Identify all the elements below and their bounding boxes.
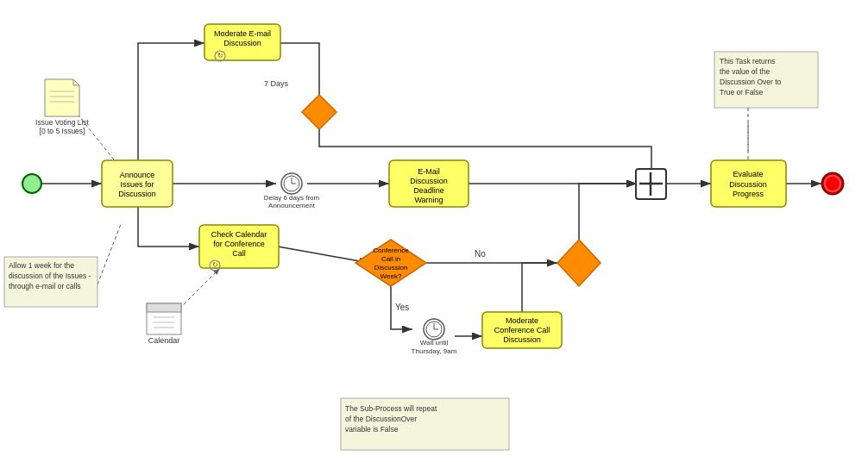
flow-announce-moderate-email bbox=[138, 43, 204, 162]
moderate-conf-call-task: Moderate Conference Call Discussion bbox=[482, 312, 562, 348]
svg-marker-3 bbox=[45, 79, 79, 116]
task-returns-text-3: Discussion Over to bbox=[720, 78, 782, 86]
flow-moderate-conf-no-gw bbox=[522, 263, 557, 315]
allow-week-text-1: Allow 1 week for the bbox=[9, 261, 74, 270]
wait-label-1: Wait until bbox=[420, 339, 449, 346]
flow-7days-diamond-to-parallel bbox=[319, 121, 651, 178]
check-cal-loop-icon: ↻ bbox=[212, 261, 218, 269]
calendar-doc: Calendar bbox=[147, 303, 181, 345]
sub-process-text-1: The Sub-Process will repeat bbox=[345, 404, 437, 413]
check-calendar-task: Check Calendar for Conference Call ↻ bbox=[199, 225, 279, 271]
sub-process-annotation: The Sub-Process will repeat of the Discu… bbox=[341, 398, 509, 450]
flow-announce-check-cal bbox=[138, 207, 199, 247]
issue-doc-label2: [0 to 5 Issues] bbox=[40, 127, 85, 135]
calendar-doc-label: Calendar bbox=[148, 336, 180, 345]
moderate-email-task: ↻ Moderate E-mail Discussion bbox=[204, 24, 280, 61]
allow-week-text-3: through e-mail or calls bbox=[9, 282, 81, 290]
check-cal-label-2: for Conference bbox=[213, 240, 265, 248]
evaluate-task: Evaluate Discussion Progress bbox=[711, 160, 786, 207]
allow-week-text-2: discussion of the Issues - bbox=[9, 272, 91, 280]
flow-no-gw-parallel bbox=[579, 184, 637, 241]
mod-conf-label-3: Discussion bbox=[503, 335, 541, 344]
parallel-gateway bbox=[636, 169, 666, 199]
task-returns-text-2: the value of the bbox=[720, 67, 770, 76]
issue-voting-list-doc: Issue Voting List [0 to 5 Issues] bbox=[35, 79, 90, 135]
task-returns-text-4: True or False bbox=[720, 88, 764, 97]
yes-label: Yes bbox=[395, 303, 409, 312]
announce-label-2: Issues for bbox=[120, 180, 154, 189]
email-deadline-label-3: Deadline bbox=[413, 186, 444, 195]
conf-call-label-1: Conference bbox=[373, 247, 409, 254]
issue-doc-label: Issue Voting List bbox=[35, 118, 90, 127]
flow-allow-week-annotation bbox=[97, 224, 121, 284]
email-deadline-label-4: Warning bbox=[414, 196, 443, 204]
start-event bbox=[22, 174, 41, 193]
seven-days-label: 7 Days bbox=[264, 79, 289, 88]
flow-moderate-email-days bbox=[280, 43, 319, 103]
end-event-inner bbox=[826, 177, 840, 190]
sub-process-text-3: variable is False bbox=[345, 425, 399, 434]
moderate-email-label-1: Moderate E-mail bbox=[214, 29, 271, 38]
delay-timer: Delay 6 days from Announcement bbox=[264, 173, 320, 209]
evaluate-label-2: Discussion bbox=[729, 180, 767, 189]
mod-conf-label-1: Moderate bbox=[506, 316, 538, 325]
check-cal-label-1: Check Calendar bbox=[211, 230, 267, 239]
evaluate-label-3: Progress bbox=[733, 190, 764, 198]
email-deadline-task: E-Mail Discussion Deadline Warning bbox=[389, 160, 469, 207]
task-returns-text-1: This Task returns bbox=[720, 57, 776, 66]
task-returns-annotation: This Task returns the value of the Discu… bbox=[714, 52, 818, 108]
conf-call-label-2: Call in bbox=[381, 255, 400, 263]
no-diamond bbox=[557, 240, 601, 286]
svg-rect-29 bbox=[147, 303, 181, 312]
announce-label-3: Discussion bbox=[118, 190, 156, 198]
email-deadline-label-2: Discussion bbox=[410, 177, 448, 185]
conf-call-label-3: Discussion bbox=[374, 264, 408, 272]
mod-conf-label-2: Conference Call bbox=[494, 326, 550, 334]
moderate-email-loop-icon: ↻ bbox=[217, 52, 223, 59]
allow-week-annotation: Allow 1 week for the discussion of the I… bbox=[4, 257, 97, 307]
announce-label-1: Announce bbox=[120, 171, 155, 179]
wait-timer: Wait until Thursday, 9am bbox=[412, 319, 457, 355]
check-cal-label-3: Call bbox=[232, 249, 246, 258]
wait-label-2: Thursday, 9am bbox=[412, 347, 457, 355]
announce-task: Announce Issues for Discussion bbox=[102, 160, 173, 207]
conf-call-label-4: Week? bbox=[381, 272, 402, 280]
sub-process-text-2: of the DiscussionOver bbox=[345, 415, 417, 423]
email-deadline-label-1: E-Mail bbox=[418, 167, 440, 176]
delay-label-2: Announcement bbox=[268, 202, 316, 209]
delay-label-1: Delay 6 days from bbox=[264, 194, 320, 202]
flow-check-cal-conf-gateway bbox=[278, 247, 369, 263]
bpmn-diagram: No Yes Iss bbox=[0, 0, 868, 462]
no-label: No bbox=[475, 249, 486, 259]
evaluate-label-1: Evaluate bbox=[733, 170, 763, 178]
moderate-email-label-2: Discussion bbox=[223, 39, 261, 47]
seven-days-diamond bbox=[302, 95, 337, 129]
